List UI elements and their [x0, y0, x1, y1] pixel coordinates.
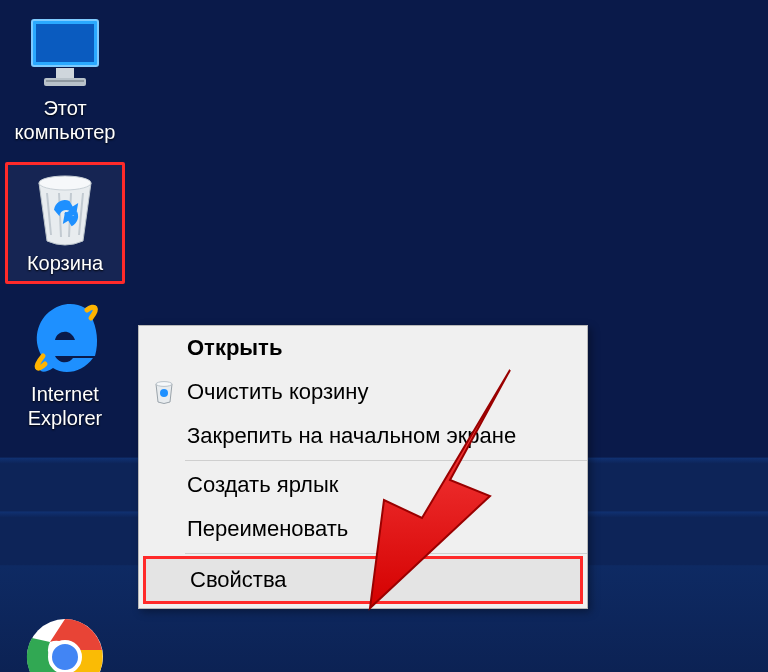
desktop-icon-label: Этот компьютер: [5, 96, 125, 144]
desktop-icon-this-pc[interactable]: Этот компьютер: [3, 8, 127, 148]
svg-rect-1: [36, 24, 94, 62]
recycle-bin-icon: [8, 169, 122, 247]
menu-item-label: Очистить корзину: [187, 379, 587, 405]
chrome-icon[interactable]: [26, 618, 104, 672]
svg-rect-4: [46, 80, 84, 82]
menu-item-pin-to-start[interactable]: Закрепить на начальном экране: [139, 414, 587, 458]
menu-item-label: Создать ярлык: [187, 472, 587, 498]
svg-point-9: [156, 382, 172, 387]
menu-item-open[interactable]: Открыть: [139, 326, 587, 370]
menu-item-label: Переименовать: [187, 516, 587, 542]
menu-item-create-shortcut[interactable]: Создать ярлык: [139, 463, 587, 507]
svg-point-10: [160, 389, 168, 397]
menu-item-label: Свойства: [190, 567, 580, 593]
desktop-icon-label: Internet Explorer: [5, 382, 125, 430]
menu-item-label: Закрепить на начальном экране: [187, 423, 587, 449]
menu-item-properties[interactable]: Свойства: [143, 556, 583, 604]
menu-separator: [185, 460, 587, 461]
menu-item-empty-recycle-bin[interactable]: Очистить корзину: [139, 370, 587, 414]
internet-explorer-icon: [5, 300, 125, 378]
svg-point-5: [39, 176, 91, 190]
menu-item-rename[interactable]: Переименовать: [139, 507, 587, 551]
svg-rect-2: [56, 68, 74, 78]
menu-separator: [185, 553, 587, 554]
recycle-bin-small-icon: [153, 380, 187, 404]
this-pc-icon: [5, 14, 125, 92]
context-menu: Открыть Очистить корзину Закрепить на на…: [138, 325, 588, 609]
desktop-icon-column: Этот компьютер Корзина Interne: [0, 8, 130, 448]
menu-item-label: Открыть: [187, 335, 587, 361]
desktop-icon-label: Корзина: [8, 251, 122, 275]
desktop-icon-internet-explorer[interactable]: Internet Explorer: [3, 294, 127, 434]
desktop-icon-recycle-bin[interactable]: Корзина: [5, 162, 125, 284]
